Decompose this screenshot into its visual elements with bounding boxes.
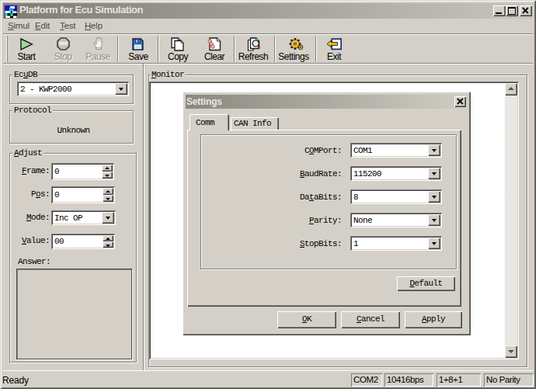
svg-text:STOP: STOP [59, 41, 68, 46]
